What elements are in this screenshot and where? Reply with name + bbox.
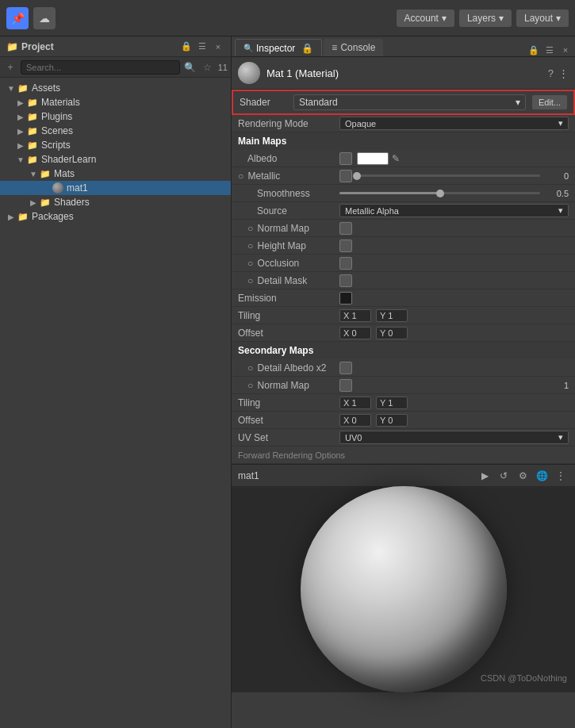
metallic-map-slot[interactable] <box>339 170 352 182</box>
tiling2-y-field[interactable]: Y 1 <box>376 397 408 409</box>
panel-menu-icon[interactable]: ☰ <box>196 40 209 53</box>
globe-icon[interactable]: 🌐 <box>534 468 550 484</box>
materials-arrow-icon <box>16 98 25 107</box>
detail-mask-slot[interactable] <box>339 274 352 287</box>
cloud-btn[interactable]: ☁ <box>33 7 56 29</box>
offset2-y-field[interactable]: Y 0 <box>376 414 408 427</box>
rendering-mode-dropdown[interactable]: Opaque ▾ <box>339 117 569 130</box>
tiling-x-field[interactable]: X 1 <box>339 309 371 322</box>
scenes-label: Scenes <box>41 125 73 136</box>
refresh-icon[interactable]: ↺ <box>496 468 512 484</box>
assets-root[interactable]: 📁 Assets <box>0 81 231 95</box>
albedo-picker-icon[interactable]: ✎ <box>392 153 400 164</box>
normal-map2-value: 1 <box>339 379 569 392</box>
layers-chevron-icon: ▾ <box>499 13 504 24</box>
tree-item-materials[interactable]: 📁 Materials <box>0 95 231 109</box>
star-icon[interactable]: ☆ <box>201 60 215 75</box>
shaderlearn-label: ShaderLearn <box>41 154 96 165</box>
tab-inspector[interactable]: 🔍 Inspector 🔒 <box>235 39 322 56</box>
lock-icon[interactable]: 🔒 <box>180 40 193 53</box>
more-icon[interactable]: ⋮ <box>558 67 569 79</box>
uvset-value: UV0 ▾ <box>339 431 569 444</box>
secondary-maps-header: Secondary Maps <box>232 342 575 359</box>
emission-color-swatch[interactable] <box>339 292 352 305</box>
tab-console[interactable]: ≡ Console <box>324 39 383 56</box>
inspector-menu-icon[interactable]: ☰ <box>543 44 556 56</box>
tiling2-value: X 1 Y 1 <box>339 397 569 409</box>
tree-item-mat1[interactable]: mat1 <box>0 181 231 195</box>
right-panel: 🔍 Inspector 🔒 ≡ Console 🔒 ☰ × Mat 1 (Mat… <box>232 36 575 728</box>
search-bar: + 🔍 ☆ 11 <box>0 57 231 78</box>
material-preview-sphere <box>238 62 260 84</box>
inspector-icon: 🔍 <box>243 44 253 52</box>
offset2-label: Offset <box>238 415 333 426</box>
layout-dropdown[interactable]: Layout ▾ <box>516 10 569 27</box>
smoothness-label: Smoothness <box>238 188 333 199</box>
tab-bar: 🔍 Inspector 🔒 ≡ Console 🔒 ☰ × <box>232 36 575 57</box>
forward-row: Forward Rendering Options <box>232 446 575 464</box>
rendering-mode-value: Opaque ▾ <box>339 117 569 130</box>
smoothness-slider[interactable] <box>339 192 540 194</box>
source-dropdown[interactable]: Metallic Alpha ▾ <box>339 204 569 217</box>
normal-map-label: ○ Normal Map <box>238 223 333 234</box>
tree-item-plugins[interactable]: 📁 Plugins <box>0 109 231 124</box>
uvset-dropdown[interactable]: UV0 ▾ <box>339 431 569 444</box>
layout-chevron-icon: ▾ <box>556 13 561 24</box>
metallic-slider-value: 0 <box>545 171 569 181</box>
tree-item-scenes[interactable]: 📁 Scenes <box>0 124 231 138</box>
scenes-arrow-icon <box>16 126 25 136</box>
normal-map2-slot[interactable] <box>339 379 352 392</box>
search-input[interactable] <box>21 60 180 75</box>
search-icon[interactable]: 🔍 <box>183 60 197 75</box>
add-icon[interactable]: + <box>3 60 17 75</box>
albedo-color-swatch[interactable] <box>357 152 389 165</box>
mat1-label: mat1 <box>67 182 88 193</box>
tree-item-shaders[interactable]: 📁 Shaders <box>0 195 231 209</box>
detail-check-icon: ○ <box>247 275 253 286</box>
pin-tool-btn[interactable]: 📌 <box>6 7 29 29</box>
offset2-x-field[interactable]: X 0 <box>339 414 371 427</box>
account-dropdown[interactable]: Account ▾ <box>397 10 454 27</box>
tiling-y-field[interactable]: Y 1 <box>376 309 408 322</box>
normal-map-slot[interactable] <box>339 222 352 235</box>
settings-icon[interactable]: ⚙ <box>515 468 531 484</box>
layers-dropdown[interactable]: Layers ▾ <box>459 10 512 27</box>
tree-item-packages[interactable]: 📁 Packages <box>0 209 231 224</box>
tree-item-shaderlearn[interactable]: 📁 ShaderLearn <box>0 152 231 167</box>
tree-item-scripts[interactable]: 📁 Scripts <box>0 138 231 152</box>
shader-dropdown[interactable]: Standard ▾ <box>293 94 526 110</box>
material-header-icons: ? ⋮ <box>548 67 569 79</box>
offset-x-field[interactable]: X 0 <box>339 327 371 339</box>
uvset-row: UV Set UV0 ▾ <box>232 429 575 446</box>
bottom-icons: ▶ ↺ ⚙ 🌐 ⋮ <box>477 468 569 484</box>
occlusion-map-slot[interactable] <box>339 257 352 270</box>
tiling2-x-field[interactable]: X 1 <box>339 397 371 409</box>
scenes-folder-icon: 📁 <box>27 126 38 136</box>
height-map-row: ○ Height Map <box>232 237 575 255</box>
metallic-slider[interactable] <box>357 174 540 177</box>
tiling-row: Tiling X 1 Y 1 <box>232 307 575 324</box>
source-value: Metallic Alpha ▾ <box>339 204 569 217</box>
tree-item-mats[interactable]: 📁 Mats <box>0 167 231 181</box>
play-icon[interactable]: ▶ <box>477 468 493 484</box>
more-bottom-icon[interactable]: ⋮ <box>553 468 569 484</box>
shaders-label: Shaders <box>54 197 90 208</box>
material-header: Mat 1 (Material) ? ⋮ <box>232 57 575 90</box>
panel-close-icon[interactable]: × <box>212 40 224 53</box>
height-map-slot[interactable] <box>339 239 352 252</box>
edit-shader-btn[interactable]: Edit... <box>532 95 567 109</box>
albedo-label: Albedo <box>238 153 333 164</box>
console-tab-label: Console <box>340 42 375 53</box>
project-panel-header: 📁 Project 🔒 ☰ × <box>0 36 231 57</box>
project-tree: 📁 Assets 📁 Materials 📁 Plugins 📁 Scenes <box>0 78 231 728</box>
offset-value: X 0 Y 0 <box>339 327 569 339</box>
inspector-close-icon[interactable]: × <box>559 44 572 56</box>
offset-y-field[interactable]: Y 0 <box>376 327 408 339</box>
inspector-lock-icon[interactable]: 🔒 <box>527 44 540 56</box>
help-icon[interactable]: ? <box>548 67 554 79</box>
detail-albedo-slot[interactable] <box>339 362 352 374</box>
smoothness-row: Smoothness 0.5 <box>232 185 575 202</box>
albedo-map-slot[interactable] <box>339 152 352 165</box>
occlusion-row: ○ Occlusion <box>232 255 575 272</box>
account-chevron-icon: ▾ <box>442 13 447 24</box>
